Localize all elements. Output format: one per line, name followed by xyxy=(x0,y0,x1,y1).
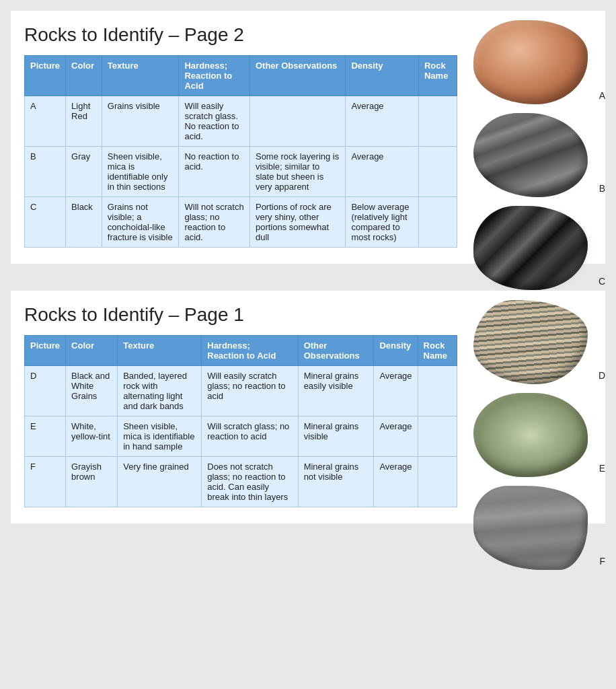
col-texture-header: Texture xyxy=(102,56,179,96)
rock-image-D xyxy=(473,300,588,384)
cell-density: Below average (relatively light compared… xyxy=(346,197,419,248)
cell-texture: Very fine grained xyxy=(118,457,202,507)
rock-image-E-label: E xyxy=(599,463,605,474)
rock-image-A-container: A xyxy=(473,20,594,108)
rock-image-B xyxy=(473,113,588,197)
cell-picture: A xyxy=(25,96,66,147)
rock-image-F-container: F xyxy=(473,486,594,573)
cell-hardness: Will scratch glass; no reaction to acid xyxy=(202,416,298,457)
col-density-header: Density xyxy=(346,56,419,96)
col-color-header2: Color xyxy=(66,336,118,366)
cell-picture: C xyxy=(25,197,66,248)
rock-image-E-container: E xyxy=(473,393,594,480)
col-picture-header2: Picture xyxy=(25,336,66,366)
col-hardness-header: Hardness;Reaction to Acid xyxy=(179,56,249,96)
col-color-header: Color xyxy=(66,56,102,96)
rock-image-F xyxy=(473,486,588,570)
col-texture-header2: Texture xyxy=(118,336,202,366)
page2-rock-images: A B C xyxy=(473,20,594,293)
page2-section: Rocks to Identify – Page 2 A B C Picture… xyxy=(11,11,605,264)
cell-texture: Sheen visible, mica is identifiable only… xyxy=(102,147,179,197)
cell-picture: F xyxy=(25,457,66,507)
table-row: D Black and White Grains Banded, layered… xyxy=(25,366,457,416)
rock-image-D-container: D xyxy=(473,300,594,388)
page1-section: Rocks to Identify – Page 1 D E F Picture… xyxy=(11,291,605,523)
cell-hardness: Will easily scratch glass. No reaction t… xyxy=(179,96,249,147)
cell-observations xyxy=(249,96,345,147)
cell-color: Gray xyxy=(66,147,102,197)
col-observations-header: Other Observations xyxy=(249,56,345,96)
col-rockname-header2: Rock Name xyxy=(418,336,457,366)
table-row: B Gray Sheen visible, mica is identifiab… xyxy=(25,147,457,197)
cell-hardness: Does not scratch glass; no reaction to a… xyxy=(202,457,298,507)
cell-texture: Sheen visible, mica is identifiable in h… xyxy=(118,416,202,457)
cell-density: Average xyxy=(374,416,418,457)
cell-observations: Portions of rock are very shiny, other p… xyxy=(249,197,345,248)
cell-rockname xyxy=(418,366,457,416)
rock-image-B-container: B xyxy=(473,113,594,201)
page1-header-row: Picture Color Texture Hardness;Reaction … xyxy=(25,336,457,366)
cell-color: Black xyxy=(66,197,102,248)
cell-color: White, yellow-tint xyxy=(66,416,118,457)
cell-density: Average xyxy=(346,147,419,197)
rock-image-E xyxy=(473,393,588,477)
table-row: F Grayish brown Very fine grained Does n… xyxy=(25,457,457,507)
cell-texture: Grains visible xyxy=(102,96,179,147)
rock-image-C xyxy=(473,206,588,290)
table-row: E White, yellow-tint Sheen visible, mica… xyxy=(25,416,457,457)
rock-image-C-label: C xyxy=(599,276,605,287)
rock-image-B-label: B xyxy=(599,183,605,194)
cell-hardness: Will not scratch glass; no reaction to a… xyxy=(179,197,249,248)
cell-density: Average xyxy=(346,96,419,147)
col-picture-header: Picture xyxy=(25,56,66,96)
cell-picture: D xyxy=(25,366,66,416)
col-rockname-header: Rock Name xyxy=(418,56,457,96)
table-row: A Light Red Grains visible Will easily s… xyxy=(25,96,457,147)
cell-texture: Banded, layered rock with alternating li… xyxy=(118,366,202,416)
cell-rockname xyxy=(418,147,457,197)
page2-header-row: Picture Color Texture Hardness;Reaction … xyxy=(25,56,457,96)
rock-image-D-label: D xyxy=(599,370,605,381)
cell-picture: B xyxy=(25,147,66,197)
cell-density: Average xyxy=(374,366,418,416)
cell-color: Black and White Grains xyxy=(66,366,118,416)
cell-rockname xyxy=(418,416,457,457)
cell-hardness: No reaction to acid. xyxy=(179,147,249,197)
cell-observations: Mineral grains not visible xyxy=(298,457,374,507)
cell-observations: Some rock layering is visible; similar t… xyxy=(249,147,345,197)
cell-observations: Mineral grains easily visible xyxy=(298,366,374,416)
page1-rock-images: D E F xyxy=(473,300,594,573)
cell-observations: Mineral grains visible xyxy=(298,416,374,457)
col-density-header2: Density xyxy=(374,336,418,366)
rock-image-F-label: F xyxy=(599,556,605,567)
cell-rockname xyxy=(418,457,457,507)
col-observations-header2: Other Observations xyxy=(298,336,374,366)
rock-image-A-label: A xyxy=(599,90,605,101)
cell-texture: Grains not visible; a conchoidal-like fr… xyxy=(102,197,179,248)
cell-density: Average xyxy=(374,457,418,507)
rock-image-C-container: C xyxy=(473,206,594,293)
rock-image-A xyxy=(473,20,588,104)
page2-table: Picture Color Texture Hardness;Reaction … xyxy=(24,55,457,248)
cell-hardness: Will easily scratch glass; no reaction t… xyxy=(202,366,298,416)
table-row: C Black Grains not visible; a conchoidal… xyxy=(25,197,457,248)
cell-color: Grayish brown xyxy=(66,457,118,507)
cell-color: Light Red xyxy=(66,96,102,147)
cell-picture: E xyxy=(25,416,66,457)
col-hardness-header2: Hardness;Reaction to Acid xyxy=(202,336,298,366)
page1-table: Picture Color Texture Hardness;Reaction … xyxy=(24,335,457,507)
cell-rockname xyxy=(418,96,457,147)
cell-rockname xyxy=(418,197,457,248)
